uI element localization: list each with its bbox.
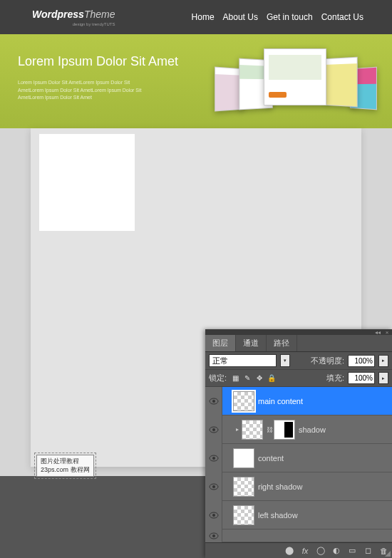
layer-thumbnail[interactable] xyxy=(233,477,254,497)
lock-all-icon[interactable]: 🔒 xyxy=(267,373,277,383)
header: WordpressTheme design by trendyTUTS Home… xyxy=(0,0,392,34)
blend-mode-select[interactable]: 正常 xyxy=(209,354,277,367)
nav-home[interactable]: Home xyxy=(192,12,215,22)
mask-thumbnail[interactable] xyxy=(274,420,295,440)
lock-transparency-icon[interactable]: ▦ xyxy=(230,373,240,383)
hero-title: Lorem Ipsum Dolor Sit Amet xyxy=(18,54,178,69)
panel-bottom-toolbar: ⬤ fx ◯ ◐ ▭ ◻ 🗑 xyxy=(205,542,392,558)
tab-layers[interactable]: 图层 xyxy=(205,335,236,351)
tab-paths[interactable]: 路径 xyxy=(267,335,297,351)
layer-fx-icon[interactable]: fx xyxy=(299,545,311,557)
svg-point-3 xyxy=(212,428,215,431)
visibility-toggle[interactable] xyxy=(205,415,222,444)
layer-name: main content xyxy=(258,397,303,405)
mask-link-icon[interactable]: ⛓ xyxy=(267,426,272,433)
svg-point-1 xyxy=(212,400,215,403)
screenshot-thumb xyxy=(264,48,326,105)
layer-thumbnail[interactable] xyxy=(242,420,263,440)
lock-row: 锁定: ▦ ✎ ✥ 🔒 填充: 100% ▸ xyxy=(205,370,392,387)
white-box xyxy=(39,134,135,231)
screenshot-thumb xyxy=(325,57,358,108)
visibility-toggle[interactable] xyxy=(205,444,222,472)
panel-menu-icon[interactable]: ◂◂ xyxy=(374,331,381,334)
blend-mode-dropdown-icon[interactable]: ▾ xyxy=(280,354,290,367)
visibility-toggle[interactable] xyxy=(205,501,222,529)
layer-row[interactable]: right shadow xyxy=(205,472,392,501)
svg-point-9 xyxy=(212,514,215,517)
layer-thumbnail[interactable] xyxy=(233,505,254,525)
layers-panel: ◂◂ × 图层 通道 路径 正常 ▾ 不透明度: 100% ▸ 锁定: ▦ ✎ … xyxy=(205,329,392,558)
hero-copy: Lorem Ipsum Dolor Sit Amet Lorem Ipsum D… xyxy=(18,54,178,128)
hero-screenshots xyxy=(214,45,378,130)
nav-contactus[interactable]: Contact Us xyxy=(321,12,363,22)
opacity-input[interactable]: 100% xyxy=(348,355,375,367)
layer-name: left shadow xyxy=(258,511,298,520)
new-layer-icon[interactable]: ◻ xyxy=(362,545,373,557)
lock-label: 锁定: xyxy=(209,373,227,383)
nav-contact[interactable]: Get in touch xyxy=(267,12,313,22)
panel-close-icon[interactable]: × xyxy=(383,331,391,334)
visibility-toggle[interactable] xyxy=(205,529,222,542)
logo-subtitle: design by trendyTUTS xyxy=(32,22,115,26)
watermark-line: 图片处理教程 xyxy=(41,458,90,466)
layer-thumbnail[interactable] xyxy=(233,391,254,411)
nav-about[interactable]: About Us xyxy=(223,12,258,22)
layer-row[interactable]: ▸ ⛓ shadow xyxy=(205,415,392,444)
hero-text: Lorem Ipsum Dolor Sit AmetLorem Ipsum Do… xyxy=(18,79,178,102)
adjustment-layer-icon[interactable]: ◐ xyxy=(331,545,342,557)
new-group-icon[interactable]: ▭ xyxy=(346,545,358,557)
visibility-toggle[interactable] xyxy=(205,472,222,501)
panel-tabs: 图层 通道 路径 xyxy=(205,335,392,352)
layer-name: content xyxy=(258,454,284,463)
svg-point-11 xyxy=(212,534,215,537)
logo-light: Theme xyxy=(84,9,115,20)
layer-row[interactable]: main content xyxy=(205,387,392,415)
opacity-slider-icon[interactable]: ▸ xyxy=(378,355,388,367)
layer-name: shadow xyxy=(299,425,326,434)
add-mask-icon[interactable]: ◯ xyxy=(315,545,326,557)
blend-row: 正常 ▾ 不透明度: 100% ▸ xyxy=(205,352,392,370)
tab-channels[interactable]: 通道 xyxy=(236,335,267,351)
expand-icon[interactable]: ▸ xyxy=(233,426,242,433)
watermark-line: 23ps.com 教程网 xyxy=(41,466,90,475)
layer-row[interactable]: content xyxy=(205,444,392,472)
layer-row[interactable]: left shadow xyxy=(205,501,392,529)
visibility-toggle[interactable] xyxy=(205,387,222,415)
main-nav: Home About Us Get in touch Contact Us xyxy=(192,12,363,22)
hero: Lorem Ipsum Dolor Sit Amet Lorem Ipsum D… xyxy=(0,34,392,128)
logo: WordpressTheme design by trendyTUTS xyxy=(32,8,115,26)
resize-handle[interactable] xyxy=(383,549,391,557)
logo-main: Wordpress xyxy=(32,9,84,20)
fill-label: 填充: xyxy=(326,373,344,383)
link-layers-icon[interactable]: ⬤ xyxy=(284,545,295,557)
lock-position-icon[interactable]: ✥ xyxy=(254,373,264,383)
layer-thumbnail[interactable] xyxy=(233,448,254,468)
layers-list: main content ▸ ⛓ shadow content right sh… xyxy=(205,387,392,542)
watermark: 图片处理教程 23ps.com 教程网 xyxy=(36,455,94,477)
fill-input[interactable]: 100% xyxy=(348,372,375,384)
lock-pixels-icon[interactable]: ✎ xyxy=(242,373,252,383)
opacity-label: 不透明度: xyxy=(311,356,344,366)
svg-point-5 xyxy=(212,457,215,460)
fill-slider-icon[interactable]: ▸ xyxy=(378,372,388,384)
lock-icons: ▦ ✎ ✥ 🔒 xyxy=(230,373,277,383)
svg-point-7 xyxy=(212,485,215,488)
panel-titlebar: ◂◂ × xyxy=(205,329,392,335)
layer-name: right shadow xyxy=(258,482,302,491)
layer-row[interactable] xyxy=(205,529,392,542)
